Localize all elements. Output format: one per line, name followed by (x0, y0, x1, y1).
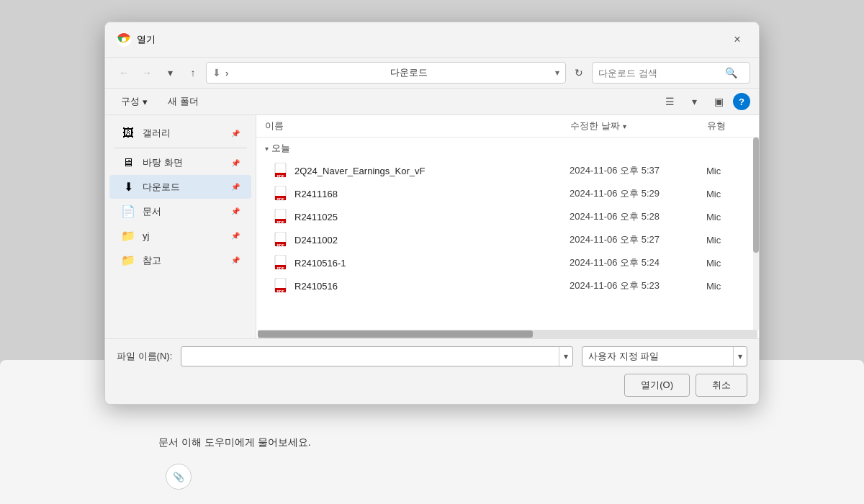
open-file-dialog: 열기 × ← → ▾ ↑ ⬇ › 다운로드 ▾ (104, 22, 760, 405)
svg-text:PDF: PDF (277, 174, 284, 179)
horizontal-scrollbar[interactable] (258, 330, 757, 338)
filename-label: 파일 이름(N): (117, 350, 172, 363)
file-name: 2Q24_Naver_Earnings_Kor_vF (294, 166, 570, 176)
up-icon: ↑ (191, 67, 196, 78)
reference-folder-icon: 📁 (121, 253, 135, 267)
column-type-label: 유형 (707, 120, 726, 131)
sidebar-item-label: yj (143, 230, 224, 241)
forward-button[interactable]: → (137, 63, 157, 83)
up-button[interactable]: ↑ (183, 63, 203, 83)
chat-message-area: 문서 이해 도우미에게 물어보세요. (144, 425, 720, 461)
filename-input-wrapper[interactable]: ▾ (181, 346, 573, 366)
address-chevron-icon[interactable]: ▾ (555, 68, 559, 78)
search-bar[interactable]: 🔍 (592, 62, 750, 84)
panel-view-icon: ▣ (714, 96, 724, 107)
cancel-button[interactable]: 취소 (696, 374, 747, 397)
file-date: 2024-11-06 오후 5:23 (570, 279, 706, 292)
chrome-logo-icon (117, 32, 131, 47)
dialog-content: 🖼 갤러리 📌 🖥 바탕 화면 📌 ⬇ 다운로드 📌 📄 문서 (105, 115, 759, 338)
file-area: 이름 수정한 날짜 ▾ 유형 ▾ 오늘 (256, 115, 759, 338)
documents-icon: 📄 (121, 204, 135, 218)
list-view-chevron-button[interactable]: ▾ (684, 91, 704, 112)
dialog-footer: 파일 이름(N): ▾ 사용자 지정 파일 ▾ 열기(O) 취소 (105, 338, 759, 404)
pdf-file-icon: PDF (274, 210, 289, 224)
pin-icon: 📌 (231, 232, 240, 240)
dropdown-icon: ▾ (168, 67, 173, 78)
organize-chevron-icon: ▾ (143, 96, 148, 107)
sidebar-item-gallery[interactable]: 🖼 갤러리 📌 (109, 122, 251, 145)
column-name-label: 이름 (265, 120, 284, 132)
refresh-button[interactable]: ↻ (569, 63, 589, 83)
page-background: 문서 이해 도우미에게 물어보세요. 📎 열기 × (0, 0, 864, 504)
gallery-icon: 🖼 (121, 127, 135, 140)
panel-view-button[interactable]: ▣ (708, 91, 729, 112)
secondary-toolbar: 구성 ▾ 새 폴더 ☰ ▾ ▣ ? (105, 89, 759, 115)
filename-dropdown-icon[interactable]: ▾ (559, 347, 572, 366)
hscrollbar-thumb[interactable] (258, 330, 533, 338)
file-type: Mic (706, 258, 750, 269)
file-row[interactable]: PDF R2410516-1 2024-11-06 오후 5:24 Mic (256, 251, 759, 274)
attachment-button[interactable]: 📎 (166, 464, 192, 490)
dialog-close-button[interactable]: × (727, 30, 747, 50)
file-list-header: 이름 수정한 날짜 ▾ 유형 (256, 115, 759, 138)
column-date-label: 수정한 날짜 (570, 120, 620, 132)
svg-text:PDF: PDF (277, 289, 284, 294)
sidebar-item-documents[interactable]: 📄 문서 📌 (109, 199, 251, 223)
sidebar-item-label: 문서 (143, 205, 224, 218)
new-folder-label: 새 폴더 (168, 95, 199, 108)
search-icon[interactable]: 🔍 (725, 67, 737, 78)
chat-message-text: 문서 이해 도우미에게 물어보세요. (158, 436, 311, 448)
sidebar: 🖼 갤러리 📌 🖥 바탕 화면 📌 ⬇ 다운로드 📌 📄 문서 (105, 115, 256, 338)
help-button[interactable]: ? (733, 93, 750, 110)
group-today-label: 오늘 (271, 142, 290, 155)
file-list-body: ▾ 오늘 PDF 2Q24_Naver_Earnings_Kor_vF (256, 138, 759, 330)
sidebar-item-desktop[interactable]: 🖥 바탕 화면 📌 (109, 151, 251, 174)
file-date: 2024-11-06 오후 5:28 (570, 210, 706, 223)
sort-arrow-icon: ▾ (623, 122, 626, 130)
address-bar[interactable]: ⬇ › 다운로드 ▾ (206, 62, 566, 84)
breadcrumb-separator: › (225, 68, 386, 78)
filename-input[interactable] (181, 351, 559, 362)
sidebar-item-yj[interactable]: 📁 yj 📌 (109, 224, 251, 248)
search-input[interactable] (598, 68, 721, 78)
back-button[interactable]: ← (114, 63, 134, 83)
list-view-chevron-icon: ▾ (692, 96, 697, 107)
file-row[interactable]: PDF R2411025 2024-11-06 오후 5:28 Mic (256, 205, 759, 228)
file-date: 2024-11-06 오후 5:24 (570, 256, 706, 269)
file-row[interactable]: PDF 2Q24_Naver_Earnings_Kor_vF 2024-11-0… (256, 159, 759, 182)
vertical-scrollbar[interactable] (753, 138, 759, 330)
file-date: 2024-11-06 오후 5:27 (570, 233, 706, 246)
column-name[interactable]: 이름 (265, 120, 570, 132)
download-folder-icon: ⬇ (212, 67, 221, 78)
filetype-select[interactable]: 사용자 지정 파일 ▾ (582, 346, 747, 366)
sidebar-item-downloads[interactable]: ⬇ 다운로드 📌 (109, 175, 251, 199)
group-chevron-icon: ▾ (265, 145, 269, 153)
yj-folder-icon: 📁 (121, 229, 135, 243)
forward-icon: → (142, 67, 152, 78)
organize-button[interactable]: 구성 ▾ (114, 92, 155, 111)
file-row[interactable]: PDF D2411002 2024-11-06 오후 5:27 Mic (256, 228, 759, 251)
desktop-icon: 🖥 (121, 156, 135, 169)
file-row[interactable]: PDF R2411168 2024-11-06 오후 5:29 Mic (256, 182, 759, 205)
sidebar-item-reference[interactable]: 📁 참고 📌 (109, 248, 251, 272)
pdf-file-icon: PDF (274, 163, 289, 178)
list-view-icon: ☰ (665, 96, 675, 107)
column-date[interactable]: 수정한 날짜 ▾ (570, 120, 707, 132)
footer-row1: 파일 이름(N): ▾ 사용자 지정 파일 ▾ (117, 346, 747, 366)
navigation-toolbar: ← → ▾ ↑ ⬇ › 다운로드 ▾ ↻ 🔍 (105, 58, 759, 89)
svg-text:PDF: PDF (277, 220, 284, 225)
list-view-button[interactable]: ☰ (660, 91, 680, 112)
new-folder-button[interactable]: 새 폴더 (161, 92, 206, 111)
pdf-file-icon: PDF (274, 256, 289, 270)
dropdown-button[interactable]: ▾ (160, 63, 180, 83)
filetype-chevron-icon[interactable]: ▾ (733, 347, 747, 366)
open-button[interactable]: 열기(O) (624, 374, 690, 397)
group-header-today[interactable]: ▾ 오늘 (256, 138, 759, 159)
scrollbar-thumb[interactable] (753, 138, 759, 253)
file-name: R2410516 (294, 281, 570, 292)
file-type: Mic (706, 281, 750, 292)
pin-icon: 📌 (231, 159, 240, 167)
sidebar-item-label: 바탕 화면 (143, 156, 224, 169)
back-icon: ← (119, 67, 129, 78)
file-row[interactable]: PDF R2410516 2024-11-06 오후 5:23 Mic (256, 274, 759, 297)
